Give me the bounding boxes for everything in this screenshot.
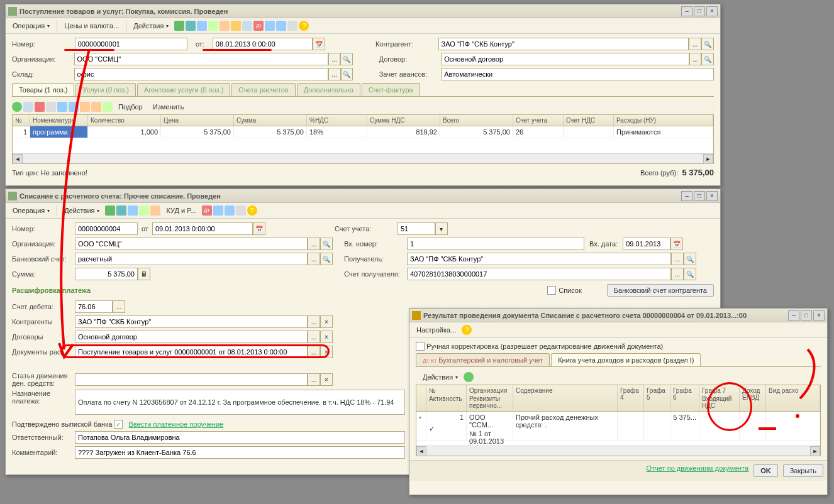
save-icon[interactable] bbox=[186, 21, 196, 31]
maximize-button[interactable]: □ bbox=[694, 191, 705, 201]
help-icon[interactable]: ? bbox=[299, 21, 309, 31]
based-icon[interactable] bbox=[150, 205, 160, 216]
manual-checkbox[interactable] bbox=[416, 342, 425, 351]
tree-icon[interactable] bbox=[225, 205, 235, 216]
sum-input[interactable] bbox=[75, 268, 138, 280]
list-checkbox[interactable] bbox=[547, 286, 556, 295]
scroll-right[interactable]: ► bbox=[703, 154, 713, 164]
new-icon[interactable] bbox=[23, 102, 33, 112]
titlebar[interactable]: Списание с расчетного счета: Прочее спис… bbox=[6, 189, 720, 203]
list-icon[interactable] bbox=[287, 21, 297, 31]
tree-icon[interactable] bbox=[276, 21, 286, 31]
clear-icon[interactable]: × bbox=[320, 315, 333, 328]
dtkt-icon[interactable]: Дт bbox=[202, 205, 212, 216]
select-icon[interactable]: ... bbox=[308, 331, 320, 343]
enter-payment-link[interactable]: Ввести платежное поручение bbox=[129, 420, 224, 428]
search-icon[interactable]: 🔍 bbox=[684, 268, 696, 280]
advance-input[interactable] bbox=[441, 68, 714, 80]
contract-input[interactable] bbox=[441, 53, 689, 65]
clear-icon[interactable]: × bbox=[320, 373, 333, 386]
tab-invoice[interactable]: Счет-фактура bbox=[362, 83, 420, 96]
scroll-left[interactable]: ◄ bbox=[13, 154, 23, 164]
report-link[interactable]: Отчет по движениям документа bbox=[647, 464, 749, 477]
pick-button[interactable]: Подбор bbox=[114, 101, 147, 113]
calendar-icon[interactable]: 📅 bbox=[253, 222, 265, 235]
kudr-button[interactable]: КУД и Р... bbox=[162, 204, 200, 217]
warehouse-input[interactable] bbox=[74, 68, 328, 80]
add-icon[interactable] bbox=[12, 102, 22, 112]
minimize-button[interactable]: – bbox=[681, 191, 692, 201]
titlebar[interactable]: Поступление товаров и услуг: Покупка, ко… bbox=[6, 4, 720, 18]
account-input[interactable] bbox=[398, 222, 435, 235]
confirmed-checkbox[interactable]: ✓ bbox=[114, 420, 123, 429]
bank-input[interactable] bbox=[75, 253, 308, 265]
date-input[interactable] bbox=[152, 222, 253, 235]
responsible-input[interactable] bbox=[75, 431, 405, 444]
select-icon[interactable]: ... bbox=[689, 38, 701, 50]
select-icon[interactable]: ... bbox=[308, 238, 320, 250]
minimize-button[interactable]: – bbox=[788, 310, 799, 320]
org-input[interactable] bbox=[75, 238, 308, 250]
minimize-button[interactable]: – bbox=[681, 6, 692, 16]
dtkt-icon[interactable]: Дт bbox=[253, 21, 264, 31]
actions-menu[interactable]: Действия bbox=[418, 371, 462, 383]
copy-icon[interactable] bbox=[139, 205, 149, 216]
ok-button[interactable]: OK bbox=[753, 464, 778, 477]
edit-button[interactable]: Изменить bbox=[148, 101, 189, 113]
tab-accounting[interactable]: Дт Кт Бухгалтерский и налоговый учет bbox=[416, 353, 550, 366]
select-icon[interactable]: ... bbox=[308, 315, 320, 328]
recipient-input[interactable] bbox=[407, 253, 671, 265]
inum-input[interactable] bbox=[407, 238, 584, 250]
more-icon[interactable] bbox=[242, 21, 252, 31]
number-input[interactable] bbox=[75, 222, 138, 235]
down-icon[interactable] bbox=[69, 102, 79, 112]
struct-icon[interactable] bbox=[265, 21, 275, 31]
calendar-icon[interactable]: 📅 bbox=[313, 38, 325, 50]
scroll-right[interactable]: ► bbox=[810, 446, 820, 456]
attach-icon[interactable] bbox=[231, 21, 241, 31]
tab-additional[interactable]: Дополнительно bbox=[297, 83, 360, 96]
dropdown-icon[interactable]: ▾ bbox=[435, 222, 448, 235]
idate-input[interactable] bbox=[623, 238, 670, 250]
close-button[interactable]: × bbox=[706, 191, 718, 201]
movement-input[interactable] bbox=[75, 373, 308, 386]
purpose-input[interactable]: Оплата по счету N 1203656807 от 24.12.12… bbox=[75, 390, 405, 415]
recaccount-input[interactable] bbox=[407, 268, 671, 280]
clear-icon[interactable]: × bbox=[320, 346, 333, 358]
save-icon[interactable] bbox=[116, 205, 126, 216]
select-icon[interactable]: ... bbox=[671, 268, 684, 280]
contract-input[interactable] bbox=[75, 331, 308, 343]
table-row[interactable]: 1 программа 1,000 5 375,00 5 375,00 18% … bbox=[13, 126, 713, 138]
based-icon[interactable] bbox=[220, 21, 230, 31]
select-icon[interactable]: ... bbox=[308, 253, 320, 265]
operation-menu[interactable]: Операция bbox=[8, 19, 54, 32]
search-icon[interactable]: 🔍 bbox=[320, 253, 333, 265]
search-icon[interactable]: 🔍 bbox=[701, 38, 714, 50]
operation-menu[interactable]: Операция bbox=[8, 204, 54, 217]
refresh-icon[interactable] bbox=[464, 372, 474, 382]
actions-menu[interactable]: Действия bbox=[129, 19, 173, 32]
close-button[interactable]: Закрыть bbox=[783, 464, 823, 477]
tab-goods[interactable]: Товары (1 поз.) bbox=[12, 83, 74, 96]
number-input[interactable] bbox=[75, 38, 187, 50]
list-icon[interactable] bbox=[236, 205, 246, 216]
up-icon[interactable] bbox=[57, 102, 67, 112]
close-button[interactable]: × bbox=[813, 310, 825, 320]
basedoc-input[interactable] bbox=[75, 346, 308, 358]
prices-button[interactable]: Цены и валюта... bbox=[60, 19, 123, 32]
scroll-left[interactable]: ◄ bbox=[416, 446, 426, 456]
copy-icon[interactable] bbox=[208, 21, 218, 31]
sort-icon[interactable] bbox=[80, 102, 90, 112]
select-icon[interactable]: ... bbox=[113, 300, 125, 313]
help-icon[interactable]: ? bbox=[462, 325, 472, 335]
contractor-input[interactable] bbox=[438, 38, 689, 50]
post-icon[interactable] bbox=[174, 21, 184, 31]
select-icon[interactable]: ... bbox=[328, 53, 341, 65]
settings-button[interactable]: Настройка... bbox=[412, 324, 460, 336]
search-icon[interactable]: 🔍 bbox=[340, 53, 353, 65]
post-icon[interactable] bbox=[105, 205, 115, 216]
select-icon[interactable]: ... bbox=[328, 68, 341, 80]
bankacc-button[interactable]: Банковский счет контрагента bbox=[607, 284, 714, 297]
maximize-button[interactable]: □ bbox=[801, 310, 812, 320]
table-row[interactable]: • 1✓ ООО "ССМ...№ 1 от 09.01.2013 Прочий… bbox=[416, 412, 820, 441]
